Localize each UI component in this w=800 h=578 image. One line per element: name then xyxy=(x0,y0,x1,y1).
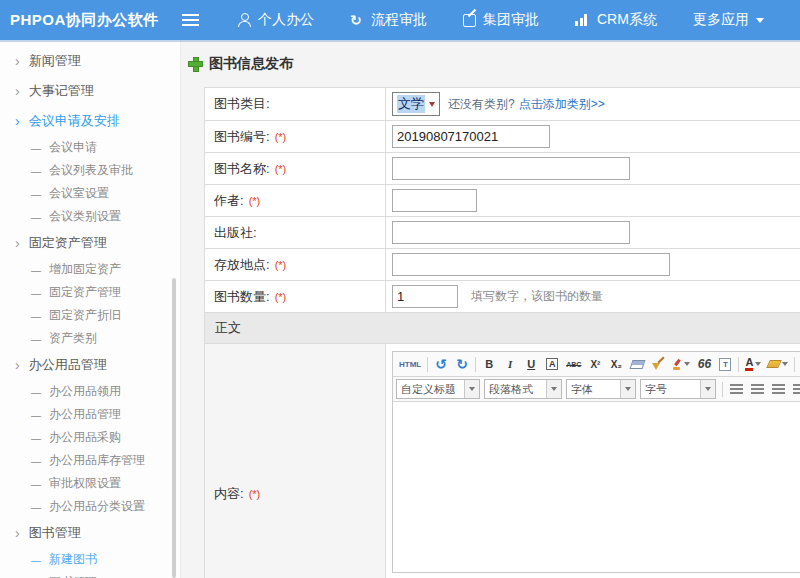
sidebar-item-asset-category[interactable]: 资产类别 xyxy=(0,327,180,350)
menu-toggle-button[interactable] xyxy=(170,14,210,26)
sidebar-item-meeting-list[interactable]: 会议列表及审批 xyxy=(0,159,180,182)
sidebar-group-memorabilia[interactable]: 大事记管理 xyxy=(0,76,180,106)
underline-button[interactable]: U xyxy=(521,355,541,374)
sidebar-item-approval-permission[interactable]: 审批权限设置 xyxy=(0,472,180,495)
sidebar-group-fixed-assets[interactable]: 固定资产管理 xyxy=(0,228,180,258)
publisher-input[interactable] xyxy=(392,221,630,244)
author-input[interactable] xyxy=(392,189,477,212)
sidebar-item-meeting-category[interactable]: 会议类别设置 xyxy=(0,205,180,228)
required-mark: (*) xyxy=(249,195,261,207)
superscript-button[interactable]: X² xyxy=(585,355,605,374)
sidebar-item-label: 会议列表及审批 xyxy=(49,162,133,179)
sidebar-group-meeting[interactable]: 会议申请及安排 xyxy=(0,106,180,136)
caret-down-icon xyxy=(756,18,764,23)
caret-down-icon xyxy=(705,387,711,391)
book-form: 图书类目: 文学 还没有类别? 点击添加类别>> 图书编号: (*) xyxy=(204,87,800,578)
category-select[interactable]: 文学 xyxy=(392,92,440,116)
sidebar-item-label: 会议类别设置 xyxy=(49,208,121,225)
required-mark: (*) xyxy=(275,163,287,175)
chart-icon xyxy=(575,14,590,26)
undo-button[interactable]: ↺ xyxy=(431,355,451,374)
align-left-button[interactable] xyxy=(726,380,746,399)
paste-plain-button[interactable] xyxy=(715,355,735,374)
page-title: 图书信息发布 xyxy=(189,55,800,73)
body-section-header: 正文 xyxy=(205,313,800,344)
sidebar-item-label: 办公用品管理 xyxy=(49,406,121,423)
sidebar-group-office-supplies[interactable]: 办公用品管理 xyxy=(0,350,180,380)
clear-format-button[interactable] xyxy=(648,355,668,374)
quantity-hint: 填写数字，该图书的数量 xyxy=(471,288,603,305)
required-mark: (*) xyxy=(249,488,261,500)
menu-item-group-approval[interactable]: 集团审批 xyxy=(463,11,539,29)
dash-icon xyxy=(31,309,41,323)
caret-down-icon xyxy=(625,387,631,391)
sidebar-group-books[interactable]: 图书管理 xyxy=(0,518,180,548)
italic-button[interactable]: I xyxy=(500,355,520,374)
font-family-select[interactable]: 字体 xyxy=(566,379,636,399)
sidebar-item-label: 办公用品领用 xyxy=(49,383,121,400)
align-center-button[interactable] xyxy=(747,380,767,399)
sidebar-scrollbar[interactable] xyxy=(172,278,176,578)
editor-toolbar-row2: 自定义标题 段落格式 字体 字号 xyxy=(393,377,800,402)
html-source-button[interactable]: HTML xyxy=(396,355,424,374)
book-no-input[interactable] xyxy=(392,125,550,148)
chevron-right-icon xyxy=(15,358,20,372)
sidebar-item-label: 资产类别 xyxy=(49,330,97,347)
font-size-select[interactable]: 字号 xyxy=(640,379,716,399)
dash-icon xyxy=(31,500,41,514)
form-row-publisher: 出版社: xyxy=(205,217,800,249)
sidebar-item-label: 办公用品库存管理 xyxy=(49,452,145,469)
subscript-button[interactable]: X₂ xyxy=(606,355,626,374)
sidebar-item-label: 会议室设置 xyxy=(49,185,109,202)
highlight-button[interactable] xyxy=(765,355,791,374)
menu-item-workflow-approval[interactable]: ↻ 流程审批 xyxy=(350,11,427,29)
sidebar-item-supplies-manage[interactable]: 办公用品管理 xyxy=(0,403,180,426)
menu-label: 集团审批 xyxy=(483,11,539,29)
sidebar-item-asset-depreciation[interactable]: 固定资产折旧 xyxy=(0,304,180,327)
form-row-book-no: 图书编号: (*) xyxy=(205,121,800,153)
sidebar-group-label: 图书管理 xyxy=(29,524,81,542)
sidebar-item-label: 办公用品采购 xyxy=(49,429,121,446)
dash-icon xyxy=(31,164,41,178)
sidebar-item-supplies-claim[interactable]: 办公用品领用 xyxy=(0,380,180,403)
publisher-label: 出版社: xyxy=(205,217,386,248)
quantity-input[interactable] xyxy=(392,285,458,308)
sidebar-item-meeting-room[interactable]: 会议室设置 xyxy=(0,182,180,205)
sidebar-item-label: 图书管理 xyxy=(49,574,97,578)
eraser-button[interactable] xyxy=(627,355,647,374)
sidebar-item-supplies-classification[interactable]: 办公用品分类设置 xyxy=(0,495,180,518)
autotypeset-button[interactable]: A xyxy=(542,355,562,374)
sidebar-item-supplies-purchase[interactable]: 办公用品采购 xyxy=(0,426,180,449)
menu-item-more-apps[interactable]: 更多应用 xyxy=(693,11,764,29)
app-logo: PHPOA协同办公软件 xyxy=(0,11,170,30)
caret-down-icon xyxy=(469,387,475,391)
paragraph-format-select[interactable]: 段落格式 xyxy=(484,379,562,399)
quantity-label: 图书数量: (*) xyxy=(205,281,386,312)
align-justify-button[interactable] xyxy=(789,380,800,399)
editor-content[interactable] xyxy=(393,402,800,572)
sidebar-group-news[interactable]: 新闻管理 xyxy=(0,46,180,76)
bold-button[interactable]: B xyxy=(479,355,499,374)
menu-item-personal-office[interactable]: 个人办公 xyxy=(238,11,314,29)
form-row-author: 作者: (*) xyxy=(205,185,800,217)
custom-title-select[interactable]: 自定义标题 xyxy=(396,379,480,399)
sidebar-item-add-asset[interactable]: 增加固定资产 xyxy=(0,258,180,281)
category-label: 图书类目: xyxy=(205,88,386,120)
blockquote-button[interactable]: 66 xyxy=(694,355,714,374)
align-right-button[interactable] xyxy=(768,380,788,399)
sidebar-item-supplies-inventory[interactable]: 办公用品库存管理 xyxy=(0,449,180,472)
sidebar-item-book-manage[interactable]: 图书管理 xyxy=(0,571,180,578)
strikethrough-button[interactable]: ABC xyxy=(563,355,584,374)
location-input[interactable] xyxy=(392,253,670,276)
sidebar-item-meeting-apply[interactable]: 会议申请 xyxy=(0,136,180,159)
sidebar-item-asset-manage[interactable]: 固定资产管理 xyxy=(0,281,180,304)
sidebar-item-new-book[interactable]: 新建图书 xyxy=(0,548,180,571)
font-color-button[interactable]: A xyxy=(742,355,764,374)
dash-icon xyxy=(31,263,41,277)
dash-icon xyxy=(31,431,41,445)
menu-item-crm-system[interactable]: CRM系统 xyxy=(575,11,657,29)
format-painter-button[interactable] xyxy=(669,355,693,374)
redo-button[interactable]: ↻ xyxy=(452,355,472,374)
add-category-link[interactable]: 点击添加类别>> xyxy=(519,96,605,113)
book-name-input[interactable] xyxy=(392,157,630,180)
